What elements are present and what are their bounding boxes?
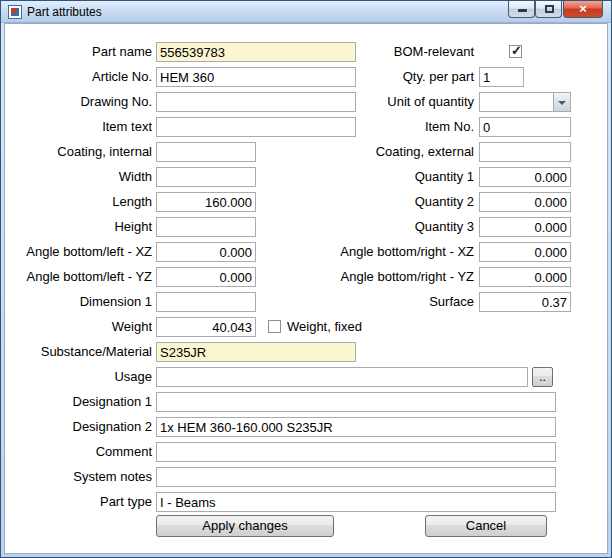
close-button[interactable]: × <box>563 1 603 18</box>
minimize-button[interactable] <box>508 1 535 18</box>
part-attributes-dialog: Part attributes × Part name BOM-relevant… <box>0 0 612 558</box>
drawing-no-label: Drawing No. <box>11 92 152 112</box>
dimension-1-label: Dimension 1 <box>11 292 152 312</box>
coating-external-label: Coating, external <box>331 142 474 162</box>
part-type-label: Part type <box>11 492 152 512</box>
item-no-input[interactable] <box>479 117 571 137</box>
quantity-3-label: Quantity 3 <box>331 217 474 237</box>
angle-bottom-left-yz-input[interactable] <box>156 267 256 287</box>
quantity-1-input[interactable] <box>479 167 571 187</box>
quantity-2-label: Quantity 2 <box>331 192 474 212</box>
qty-per-part-label: Qty. per part <box>331 67 474 87</box>
designation-1-input[interactable] <box>156 392 556 412</box>
part-type-input[interactable] <box>156 492 556 512</box>
dimension-1-input[interactable] <box>156 292 256 312</box>
system-notes-input[interactable] <box>156 467 556 487</box>
angle-bottom-right-xz-input[interactable] <box>479 242 571 262</box>
bom-relevant-checkbox[interactable] <box>509 45 522 58</box>
part-name-label: Part name <box>11 42 152 62</box>
drawing-no-input[interactable] <box>156 92 356 112</box>
unit-of-quantity-select[interactable] <box>479 92 571 112</box>
part-name-input[interactable] <box>156 42 356 62</box>
height-label: Height <box>11 217 152 237</box>
angle-bottom-right-yz-label: Angle bottom/right - YZ <box>331 267 474 287</box>
usage-label: Usage <box>11 367 152 387</box>
chevron-down-icon[interactable] <box>553 93 570 111</box>
minimize-icon <box>518 9 527 12</box>
item-no-label: Item No. <box>331 117 474 137</box>
maximize-icon <box>545 5 554 13</box>
item-text-label: Item text <box>11 117 152 137</box>
width-label: Width <box>11 167 152 187</box>
apply-changes-button[interactable]: Apply changes <box>156 515 334 537</box>
comment-input[interactable] <box>156 442 556 462</box>
designation-1-label: Designation 1 <box>11 392 152 412</box>
quantity-1-label: Quantity 1 <box>331 167 474 187</box>
height-input[interactable] <box>156 217 256 237</box>
weight-input[interactable] <box>156 317 256 337</box>
substance-material-input[interactable] <box>156 342 356 362</box>
designation-2-input[interactable] <box>156 417 556 437</box>
usage-browse-button[interactable]: .. <box>532 367 553 387</box>
quantity-3-input[interactable] <box>479 217 571 237</box>
length-input[interactable] <box>156 192 256 212</box>
surface-input[interactable] <box>479 292 571 312</box>
substance-material-label: Substance/Material <box>11 342 152 362</box>
angle-bottom-left-xz-input[interactable] <box>156 242 256 262</box>
quantity-2-input[interactable] <box>479 192 571 212</box>
item-text-input[interactable] <box>156 117 356 137</box>
width-input[interactable] <box>156 167 256 187</box>
surface-label: Surface <box>331 292 474 312</box>
system-notes-label: System notes <box>11 467 152 487</box>
coating-internal-input[interactable] <box>156 142 256 162</box>
length-label: Length <box>11 192 152 212</box>
angle-bottom-right-yz-input[interactable] <box>479 267 571 287</box>
article-no-input[interactable] <box>156 67 356 87</box>
app-icon <box>8 5 22 19</box>
bom-relevant-label: BOM-relevant <box>331 42 474 62</box>
coating-external-input[interactable] <box>479 142 571 162</box>
angle-bottom-left-xz-label: Angle bottom/left - XZ <box>11 242 152 262</box>
weight-fixed-checkbox[interactable] <box>268 320 281 333</box>
weight-fixed-label: Weight, fixed <box>287 317 362 337</box>
designation-2-label: Designation 2 <box>11 417 152 437</box>
window-title: Part attributes <box>27 1 102 23</box>
angle-bottom-left-yz-label: Angle bottom/left - YZ <box>11 267 152 287</box>
article-no-label: Article No. <box>11 67 152 87</box>
unit-of-quantity-label: Unit of quantity <box>331 92 474 112</box>
comment-label: Comment <box>11 442 152 462</box>
usage-input[interactable] <box>156 367 528 387</box>
qty-per-part-input[interactable] <box>479 67 524 87</box>
weight-label: Weight <box>11 317 152 337</box>
coating-internal-label: Coating, internal <box>11 142 152 162</box>
close-icon: × <box>579 1 587 16</box>
cancel-button[interactable]: Cancel <box>425 515 547 537</box>
maximize-button[interactable] <box>535 1 562 18</box>
angle-bottom-right-xz-label: Angle bottom/right - XZ <box>331 242 474 262</box>
